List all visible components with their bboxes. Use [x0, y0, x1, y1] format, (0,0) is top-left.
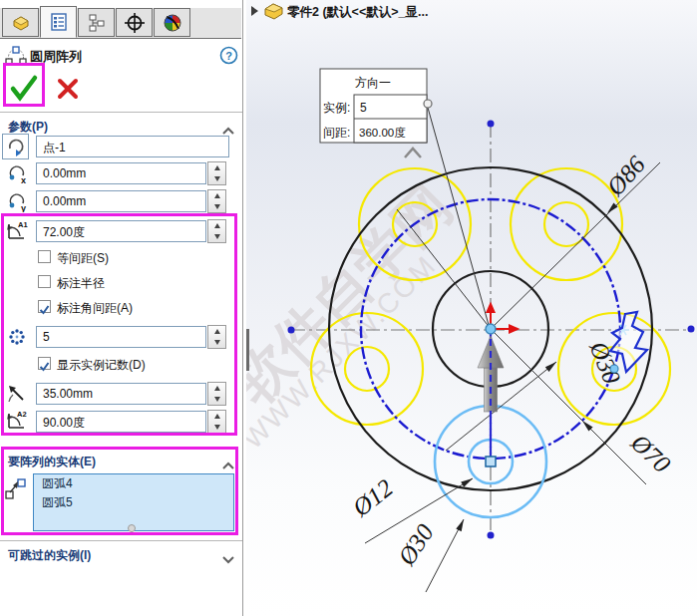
angle-field[interactable]: 72.00度	[36, 220, 206, 242]
center-y-spinner[interactable]	[207, 189, 226, 213]
source-vertex-marker[interactable]	[486, 457, 496, 466]
skipped-expand-chevron-icon[interactable]	[221, 550, 235, 568]
svg-text:?: ?	[225, 50, 232, 62]
center-x-field[interactable]: 0.00mm	[36, 162, 206, 184]
list-item[interactable]: 圆弧5	[34, 493, 233, 512]
pattern-radius-icon	[6, 383, 28, 405]
show-count-label: 显示实例记数(D)	[57, 357, 146, 374]
entities-header: 要阵列的实体(E)	[8, 454, 96, 470]
entities-listbox[interactable]: 圆弧4 圆弧5	[33, 473, 234, 531]
dim-radius-checkbox[interactable]	[38, 275, 51, 288]
featuremanager-icon	[48, 11, 70, 33]
dim-radius-label: 标注半径	[57, 275, 105, 292]
arc-angle-icon: A2	[4, 409, 28, 433]
entities-collapse-chevron-icon[interactable]	[221, 457, 235, 474]
center-y-field[interactable]: 0.00mm	[36, 190, 206, 212]
equal-spacing-checkbox[interactable]	[38, 250, 51, 263]
graphics-viewport: 软件自学网 WWW.RJXW.COM 零件2 (默认<<默认>_显...	[246, 0, 697, 616]
callout-instances-value[interactable]: 5	[360, 101, 367, 115]
center-point[interactable]	[486, 324, 496, 334]
center-x-icon: x	[6, 162, 28, 184]
callout-instances-label: 实例:	[323, 101, 350, 115]
tab-displaymanager[interactable]	[154, 8, 190, 37]
angle-spinner[interactable]	[207, 219, 226, 243]
callout-title: 方向一	[355, 76, 391, 90]
divider	[0, 112, 242, 113]
svg-text:A1: A1	[18, 220, 28, 229]
part-icon	[10, 12, 32, 34]
center-x-spinner[interactable]	[207, 161, 226, 185]
tab-dimxpertmanager[interactable]	[116, 8, 153, 37]
arc-angle-field[interactable]: 90.00度	[36, 411, 206, 433]
list-item[interactable]: 圆弧4	[34, 474, 233, 493]
equal-spacing-label: 等间距(S)	[57, 250, 109, 267]
axis-select-iconbox[interactable]	[2, 134, 29, 159]
pattern-radius-field[interactable]: 35.00mm	[36, 383, 206, 405]
property-manager-panel: 圆周阵列 ? 参数(P)	[0, 0, 243, 616]
tree-root-label: 零件2 (默认<<默认>_显...	[287, 5, 428, 19]
circular-pattern-icon	[5, 46, 27, 68]
center-y-icon: y	[6, 190, 28, 212]
feature-tree-root[interactable]: 零件2 (默认<<默认>_显...	[251, 4, 428, 19]
direction-callout[interactable]: 方向一 实例: 5 间距: 360.00度	[320, 69, 432, 143]
callout-spacing-label: 间距:	[323, 126, 350, 140]
show-count-checkbox[interactable]	[38, 357, 51, 370]
divider	[0, 540, 242, 541]
instance-count-spinner[interactable]	[207, 325, 226, 349]
dimxpertmanager-icon	[124, 12, 146, 34]
svg-text:x: x	[21, 175, 26, 184]
callout-spacing-value[interactable]: 360.00度	[359, 127, 406, 139]
instance-count-field[interactable]: 5	[36, 326, 206, 348]
cancel-button[interactable]	[56, 77, 80, 105]
skipped-header: 可跳过的实例(I)	[8, 547, 91, 564]
svg-text:A2: A2	[17, 410, 27, 419]
x-icon	[56, 77, 80, 101]
instance-count-icon	[6, 326, 28, 348]
arc-angle-spinner[interactable]	[207, 410, 226, 434]
rotate-axis-icon	[6, 137, 26, 156]
dim-angle-label: 标注角间距(A)	[57, 300, 133, 317]
section-resize-handle[interactable]	[128, 524, 136, 532]
panel-title: 圆周阵列	[30, 48, 82, 66]
panel-splitter-handle[interactable]	[246, 329, 249, 371]
solidworks-window: 软件自学网 WWW.RJXW.COM 零件2 (默认<<默认>_显...	[0, 0, 697, 616]
check-icon	[39, 361, 50, 372]
tab-propertymanager[interactable]	[40, 6, 77, 38]
pattern-angle-icon: A1	[4, 219, 28, 243]
ok-button[interactable]	[8, 72, 40, 108]
dim-angle-checkbox[interactable]	[38, 300, 51, 313]
check-icon	[39, 304, 50, 315]
pattern-radius-spinner[interactable]	[207, 382, 226, 406]
tab-featuremanager-part[interactable]	[2, 8, 39, 37]
instance-point[interactable]	[610, 365, 618, 373]
svg-text:y: y	[21, 203, 26, 212]
axis-field[interactable]: 点-1	[36, 136, 229, 157]
configurationmanager-icon	[86, 12, 108, 34]
entities-select-icon	[4, 477, 28, 503]
callout-handle[interactable]	[424, 100, 432, 108]
displaymanager-icon	[162, 12, 183, 34]
help-icon[interactable]: ?	[219, 46, 238, 69]
check-icon	[8, 72, 40, 104]
tab-configurationmanager[interactable]	[78, 8, 115, 37]
